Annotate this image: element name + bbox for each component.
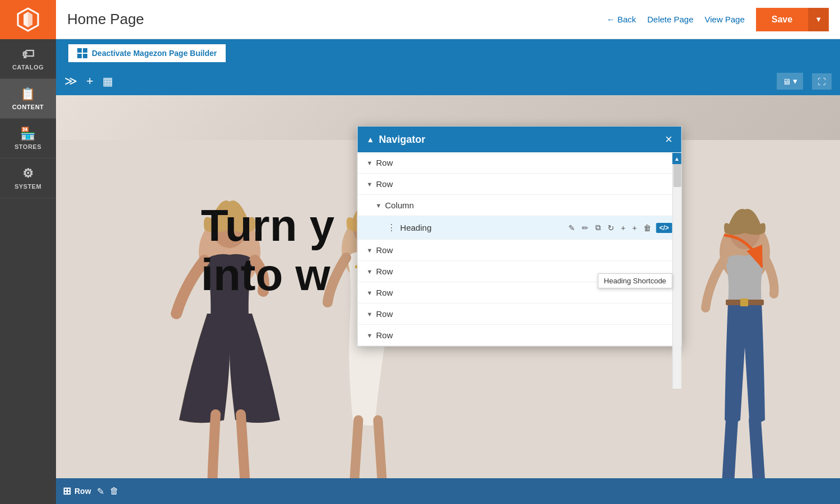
- navigator-scrollbar[interactable]: [673, 153, 682, 389]
- heading-drag-handle[interactable]: ⋮: [387, 222, 396, 233]
- row1-label: Row: [376, 158, 672, 167]
- add-row-button[interactable]: +: [86, 74, 94, 88]
- navigator-title-group: ▲ Navigator: [367, 134, 426, 146]
- scroll-up-indicator: ▲: [673, 153, 682, 164]
- col1-arrow: ▼: [376, 202, 382, 209]
- heading-add-after-button[interactable]: +: [630, 222, 639, 234]
- scroll-up-arrow: ▲: [674, 156, 680, 162]
- heading-label: Heading: [400, 223, 566, 232]
- bottom-edit-button[interactable]: ✎: [97, 486, 104, 497]
- nav-row-2[interactable]: ▼ Row: [358, 174, 682, 195]
- navigator-body[interactable]: ▼ Row ▼ Row ▼ Column ⋮: [358, 152, 682, 346]
- expand-icon: ⛶: [818, 77, 826, 86]
- shortcode-tooltip: Heading Shortcode: [598, 273, 672, 288]
- svg-marker-2: [28, 12, 32, 27]
- row1-arrow: ▼: [367, 160, 373, 166]
- save-btn-group: Save ▼: [756, 8, 829, 31]
- fullscreen-button[interactable]: ⛶: [812, 73, 832, 90]
- sidebar-system-label: SYSTEM: [15, 183, 41, 190]
- rows-icon[interactable]: ≫: [64, 74, 77, 88]
- topbar: Home Page ← Back Delete Page View Page S…: [56, 0, 840, 39]
- nav-row-7[interactable]: ▼ Row: [358, 325, 682, 346]
- nav-row-1[interactable]: ▼ Row: [358, 152, 682, 174]
- row7-arrow: ▼: [367, 332, 373, 339]
- heading-edit-button[interactable]: ✎: [566, 222, 577, 234]
- bottom-row-label: Row: [74, 487, 91, 496]
- row5-arrow: ▼: [367, 290, 373, 296]
- navigator-collapse-icon[interactable]: ▲: [367, 135, 375, 144]
- row5-label: Row: [376, 288, 672, 297]
- grid-icon: [77, 48, 87, 58]
- catalog-icon: 🏷: [22, 47, 35, 62]
- nav-column-1[interactable]: ▼ Column: [358, 195, 682, 216]
- row6-arrow: ▼: [367, 311, 373, 318]
- heading-add-before-button[interactable]: +: [619, 222, 628, 234]
- nav-row-3[interactable]: ▼ Row: [358, 240, 682, 261]
- back-link[interactable]: ← Back: [606, 15, 636, 24]
- heading-actions: ✎ ✏ ⧉ ↻ + + 🗑 </>: [566, 222, 673, 234]
- sidebar-item-stores[interactable]: 🏪 STORES: [0, 119, 56, 158]
- stores-icon: 🏪: [20, 127, 36, 141]
- hero-text-line1: Turn y: [201, 201, 335, 250]
- hero-text-line2: into w: [201, 250, 335, 300]
- sidebar-stores-label: STORES: [15, 143, 41, 150]
- builder-toolbar: Deactivate Magezon Page Builder: [56, 39, 840, 67]
- bottom-row-icon: ⊞ Row: [63, 485, 91, 497]
- heading-delete-button[interactable]: 🗑: [641, 222, 654, 234]
- page-hero-text: Turn y into w: [201, 201, 335, 300]
- deactivate-label: Deactivate Magezon Page Builder: [92, 49, 217, 58]
- navigator-close-button[interactable]: ×: [665, 133, 673, 146]
- heading-style-button[interactable]: ✏: [580, 222, 591, 234]
- row-toolbar: ≫ + ▦ 🖥▾ ⛶: [56, 67, 840, 95]
- system-icon: ⚙: [22, 166, 34, 181]
- sidebar-item-content[interactable]: 📋 CONTENT: [0, 79, 56, 119]
- sidebar-catalog-label: CATALOG: [12, 64, 44, 71]
- heading-duplicate-button[interactable]: ⧉: [593, 222, 603, 234]
- heading-reset-button[interactable]: ↻: [605, 222, 617, 234]
- sidebar-content-label: CONTENT: [12, 104, 44, 110]
- navigator-header: ▲ Navigator ×: [358, 127, 682, 152]
- view-page-link[interactable]: View Page: [704, 15, 744, 24]
- heading-shortcode-button[interactable]: </>: [656, 223, 672, 233]
- bottom-delete-button[interactable]: 🗑: [110, 486, 119, 496]
- desktop-view-button[interactable]: 🖥▾: [777, 73, 803, 90]
- orange-arrow-indicator: [722, 232, 767, 279]
- row3-arrow: ▼: [367, 247, 373, 254]
- sidebar-item-catalog[interactable]: 🏷 CATALOG: [0, 39, 56, 79]
- monitor-icon: 🖥: [782, 77, 791, 86]
- col1-label: Column: [385, 200, 672, 210]
- nav-row-6[interactable]: ▼ Row: [358, 304, 682, 325]
- row4-arrow: ▼: [367, 268, 373, 275]
- navigator-panel: ▲ Navigator × ▲ ▼ Row ▼ R: [357, 126, 682, 347]
- save-dropdown-button[interactable]: ▼: [808, 8, 829, 31]
- topbar-actions: ← Back Delete Page View Page Save ▼: [606, 8, 829, 31]
- delete-page-link[interactable]: Delete Page: [647, 15, 694, 24]
- row2-label: Row: [376, 179, 672, 189]
- row2-arrow: ▼: [367, 181, 373, 188]
- page-title: Home Page: [67, 11, 144, 28]
- layout-icon[interactable]: ▦: [102, 74, 113, 88]
- row3-label: Row: [376, 245, 672, 255]
- navigator-title: Navigator: [379, 134, 425, 146]
- save-button[interactable]: Save: [756, 8, 808, 31]
- svg-rect-11: [740, 298, 748, 306]
- sidebar: 🏷 CATALOG 📋 CONTENT 🏪 STORES ⚙ SYSTEM: [0, 0, 56, 504]
- content-icon: 📋: [20, 87, 36, 101]
- magento-logo[interactable]: [0, 0, 56, 39]
- row7-label: Row: [376, 330, 672, 340]
- canvas-bottom-bar: ⊞ Row ✎ 🗑: [56, 478, 840, 504]
- deactivate-button[interactable]: Deactivate Magezon Page Builder: [67, 43, 227, 63]
- sidebar-item-system[interactable]: ⚙ SYSTEM: [0, 158, 56, 198]
- svg-marker-1: [24, 12, 28, 27]
- row6-label: Row: [376, 309, 672, 319]
- page-canvas: Turn y into w ▲ Navigator × ▲ ▼ R: [56, 95, 840, 504]
- nav-heading-1[interactable]: ⋮ Heading ✎ ✏ ⧉ ↻ + + 🗑 </>: [358, 216, 682, 240]
- main-content: Home Page ← Back Delete Page View Page S…: [56, 0, 840, 504]
- row-icon: ⊞: [63, 485, 71, 497]
